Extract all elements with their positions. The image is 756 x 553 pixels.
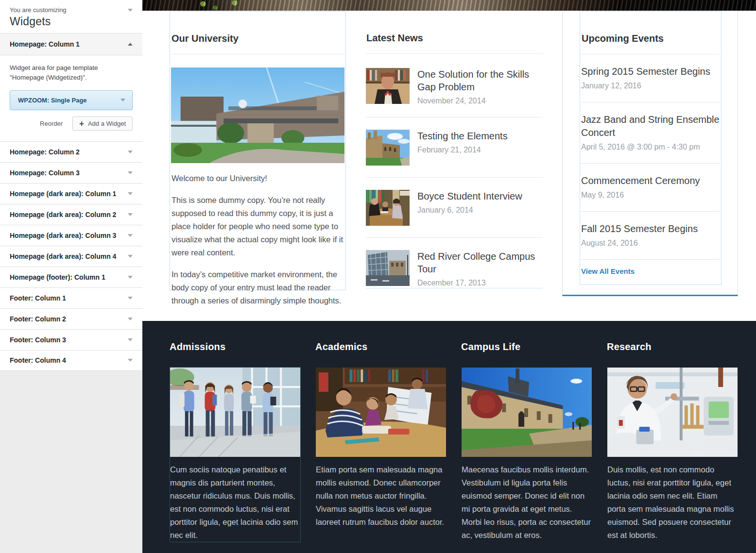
lab-researcher-photo xyxy=(607,368,738,457)
add-widget-label: Add a Widget xyxy=(88,120,126,127)
classroom-study-photo xyxy=(316,368,446,457)
event-date: January 12, 2016 xyxy=(581,82,720,90)
divider xyxy=(366,53,543,54)
news-thumbnail-portrait[interactable] xyxy=(366,68,410,104)
students-walking-photo xyxy=(170,368,300,457)
event-item: Fall 2015 Semester Begins August 24, 201… xyxy=(581,212,720,260)
sidebar-item-dark-area-column-1[interactable]: Homepage (dark area): Column 1 xyxy=(0,183,142,204)
chevron-down-icon xyxy=(128,171,133,174)
event-date: August 24, 2016 xyxy=(581,239,720,248)
footer-heading: Academics xyxy=(315,341,447,352)
footer-text: Cum sociis natoque penatibus et magnis d… xyxy=(170,463,300,542)
news-title-link[interactable]: Testing the Elements xyxy=(417,130,508,142)
widget-area-upcoming-events: Upcoming Events Spring 2015 Semester Beg… xyxy=(562,11,738,296)
news-date: December 17, 2013 xyxy=(417,279,543,287)
news-item: Boyce Student Interview January 6, 2014 xyxy=(366,178,543,238)
sidebar-item-homepage-column-3[interactable]: Homepage: Column 3 xyxy=(0,162,142,183)
footer-text: Etiam porta sem malesuada magna mollis e… xyxy=(316,463,446,529)
news-date: November 24, 2014 xyxy=(417,97,543,105)
news-date: January 6, 2014 xyxy=(417,206,522,215)
page-title: Widgets xyxy=(10,15,133,28)
widget-name: WPZOOM: Single Page xyxy=(18,97,87,104)
section-homepage-column-1-body: Widget area for page template "Homepage … xyxy=(0,55,142,141)
customizing-kicker: You are customizing xyxy=(10,6,67,14)
news-item: Red River College Campus Tour December 1… xyxy=(366,238,543,299)
sidebar-item-footer-column-3[interactable]: Footer: Column 3 xyxy=(0,329,142,350)
news-thumbnail-campus-street[interactable] xyxy=(366,250,410,286)
widget-area-description: Widget area for page template "Homepage … xyxy=(10,63,133,83)
chevron-down-icon xyxy=(128,151,133,153)
news-item: One Solution for the Skills Gap Problem … xyxy=(366,56,543,117)
plus-icon: + xyxy=(79,120,84,127)
news-thumbnail-gothic-campus[interactable] xyxy=(366,130,410,166)
event-title-link[interactable]: Spring 2015 Semester Begins xyxy=(581,65,720,78)
footer-column-admissions: Admissions xyxy=(170,341,301,553)
sidebar-item-dark-area-column-2[interactable]: Homepage (dark area): Column 2 xyxy=(0,204,142,225)
events-heading: Upcoming Events xyxy=(582,33,720,44)
footer-text: Duis mollis, est non commodo luctus, nis… xyxy=(607,463,738,542)
divider xyxy=(171,54,344,54)
sidebar-item-homepage-footer-column-1[interactable]: Homepage (footer): Column 1 xyxy=(0,267,142,287)
customizer-sidebar: You are customizing Widgets Homepage: Co… xyxy=(0,0,142,553)
footer-column-research: Research xyxy=(607,341,738,553)
footer-heading: Admissions xyxy=(170,341,301,352)
widget-upcoming-events: Upcoming Events Spring 2015 Semester Beg… xyxy=(580,11,722,285)
widget-our-university: Our University xyxy=(170,11,346,290)
event-date: April 5, 2016 @ 3:00 pm - 4:30 pm xyxy=(581,143,720,151)
customizer-header: You are customizing Widgets xyxy=(0,0,142,34)
sidebar-item-dark-area-column-4[interactable]: Homepage (dark area): Column 4 xyxy=(0,246,142,267)
reorder-button[interactable]: Reorder xyxy=(40,120,63,127)
footer-column-academics: Academics xyxy=(315,341,447,553)
sidebar-item-homepage-column-2[interactable]: Homepage: Column 2 xyxy=(0,141,142,162)
news-heading: Latest News xyxy=(366,33,543,44)
news-thumbnail-library-interview[interactable] xyxy=(366,190,410,226)
add-widget-button[interactable]: + Add a Widget xyxy=(72,117,133,131)
event-title-link[interactable]: Jazz Band and String Ensemble Concert xyxy=(581,113,720,139)
dark-footer: Admissions xyxy=(142,321,756,553)
footer-heading: Research xyxy=(607,341,738,352)
event-title-link[interactable]: Fall 2015 Semester Begins xyxy=(581,222,720,235)
about-paragraph-1: This is some dummy copy. You’re not real… xyxy=(172,194,344,259)
widget-wpzoom-single-page[interactable]: WPZOOM: Single Page xyxy=(10,90,133,110)
news-title-link[interactable]: Boyce Student Interview xyxy=(417,190,522,202)
university-building-photo xyxy=(171,67,344,163)
footer-text: Maecenas faucibus mollis interdum. Vesti… xyxy=(462,463,592,542)
chevron-down-icon xyxy=(128,297,133,300)
site-preview: Our University xyxy=(142,0,756,553)
event-item: Commencement Ceremony May 9, 2016 xyxy=(581,164,720,212)
footer-heading: Campus Life xyxy=(461,341,592,352)
sidebar-item-footer-column-2[interactable]: Footer: Column 2 xyxy=(0,308,142,329)
section-label: Homepage: Column 1 xyxy=(10,40,80,48)
hero-photo-strip xyxy=(142,0,756,11)
section-homepage-column-1[interactable]: Homepage: Column 1 xyxy=(0,34,142,55)
chevron-down-icon xyxy=(128,234,133,237)
chevron-down-icon xyxy=(128,255,133,258)
view-all-events-link[interactable]: View All Events xyxy=(581,267,635,275)
panel-collapse-icon[interactable] xyxy=(128,9,133,12)
ivy-college-building-photo xyxy=(462,368,592,457)
chevron-down-icon xyxy=(128,276,133,279)
event-title-link[interactable]: Commencement Ceremony xyxy=(581,174,720,187)
sidebar-item-footer-column-1[interactable]: Footer: Column 1 xyxy=(0,287,142,308)
about-heading: Our University xyxy=(172,33,344,44)
event-item: Spring 2015 Semester Begins January 12, … xyxy=(581,54,720,102)
footer-widget-highlight: Cum sociis natoque penatibus et magnis d… xyxy=(170,367,301,542)
sidebar-item-footer-column-4[interactable]: Footer: Column 4 xyxy=(0,350,142,371)
news-title-link[interactable]: One Solution for the Skills Gap Problem xyxy=(417,68,543,93)
widget-latest-news: Latest News xyxy=(366,11,543,288)
section-list: Homepage: Column 2 Homepage: Column 3 Ho… xyxy=(0,141,142,371)
chevron-down-icon xyxy=(128,192,133,195)
about-paragraph-2: In today’s competitive market environmen… xyxy=(172,268,344,307)
news-date: February 21, 2014 xyxy=(417,146,508,154)
chevron-down-icon xyxy=(128,338,133,341)
chevron-down-icon xyxy=(128,213,133,216)
chevron-down-icon xyxy=(128,318,133,320)
chevron-down-icon xyxy=(120,99,125,101)
footer-column-campus-life: Campus Life xyxy=(461,341,592,553)
event-date: May 9, 2016 xyxy=(581,191,720,200)
news-title-link[interactable]: Red River College Campus Tour xyxy=(417,250,543,275)
news-item: Testing the Elements February 21, 2014 xyxy=(366,117,543,178)
about-intro: Welcome to our University! xyxy=(172,172,344,185)
event-item: Jazz Band and String Ensemble Concert Ap… xyxy=(581,102,720,164)
sidebar-item-dark-area-column-3[interactable]: Homepage (dark area): Column 3 xyxy=(0,225,142,246)
